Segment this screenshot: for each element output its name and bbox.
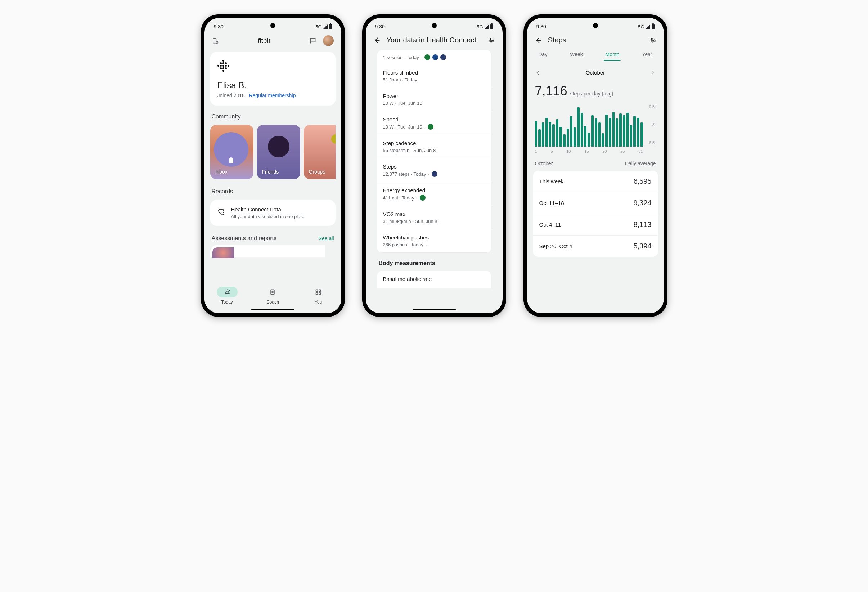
status-time: 9:30: [214, 24, 224, 30]
assessments-header: Assessments and reports: [212, 235, 277, 242]
summary-row[interactable]: Oct 4–118,113: [533, 214, 658, 236]
source-dot-icon: [424, 55, 430, 60]
see-all-link[interactable]: See all: [319, 236, 334, 241]
chart-bar[interactable]: [574, 127, 576, 146]
chart-bar[interactable]: [538, 129, 541, 146]
chart-bar[interactable]: [609, 118, 611, 146]
data-row-wheelchair[interactable]: Wheelchair pushes 266 pushes · Today ·: [377, 229, 491, 253]
chart-bar[interactable]: [633, 116, 636, 146]
nav-coach[interactable]: Coach: [262, 286, 283, 305]
chart-bar[interactable]: [552, 124, 555, 146]
page-title: Your data in Health Connect: [387, 36, 483, 44]
chart-bar[interactable]: [563, 134, 565, 146]
back-arrow-icon[interactable]: [534, 36, 542, 44]
sunrise-icon: [224, 288, 231, 296]
membership-link[interactable]: Regular membership: [249, 93, 295, 98]
data-row-power[interactable]: Power 10 W · Tue, Jun 10: [377, 88, 491, 111]
y-axis-labels: 9.5k8k6.5k: [649, 105, 657, 145]
status-network: 5G: [638, 24, 644, 30]
chart-bar[interactable]: [637, 118, 639, 146]
data-row-speed[interactable]: Speed 10 W · Tue, Jun 10 ·: [377, 111, 491, 135]
tab-month[interactable]: Month: [604, 49, 621, 61]
app-title: fitbit: [258, 37, 270, 45]
chart-bar[interactable]: [588, 133, 590, 146]
chart-bar[interactable]: [545, 118, 548, 146]
assessment-card-peek[interactable]: [210, 245, 335, 257]
home-indicator[interactable]: [251, 309, 294, 310]
profile-name: Elisa B.: [217, 80, 328, 90]
tune-icon[interactable]: [488, 37, 495, 44]
session-row[interactable]: 1 session · Today ·: [377, 50, 491, 65]
chart-bar[interactable]: [577, 107, 580, 146]
svg-point-8: [492, 40, 493, 41]
phone-mockup-1: 9:30 5G fitbit: [201, 15, 345, 317]
chart-bar[interactable]: [641, 123, 643, 146]
community-card-friends[interactable]: Friends: [257, 125, 300, 179]
status-bar: 9:30 5G: [205, 18, 341, 32]
summary-row[interactable]: Sep 26–Oct 45,394: [533, 236, 658, 257]
records-header: Records: [212, 188, 334, 195]
nav-you[interactable]: You: [308, 286, 329, 305]
data-row-steps[interactable]: Steps 12,877 steps · Today ·: [377, 158, 491, 182]
chart-bar[interactable]: [581, 113, 583, 146]
data-row-energy[interactable]: Energy expended 411 cal · Today ·: [377, 182, 491, 206]
tab-year[interactable]: Year: [641, 49, 654, 61]
data-row-bmr[interactable]: Basal metabolic rate: [377, 271, 491, 288]
chart-bar[interactable]: [570, 116, 573, 146]
chart-bar[interactable]: [598, 123, 601, 146]
summary-row[interactable]: Oct 11–189,324: [533, 192, 658, 214]
tab-day[interactable]: Day: [537, 49, 549, 61]
chevron-right-icon[interactable]: [650, 70, 655, 75]
chart-bar[interactable]: [630, 125, 633, 146]
chart-bar[interactable]: [567, 128, 569, 146]
chart-bar[interactable]: [616, 118, 618, 146]
chat-icon[interactable]: [309, 37, 316, 44]
svg-point-12: [652, 41, 653, 42]
chevron-left-icon[interactable]: [535, 70, 541, 75]
community-row[interactable]: Inbox Friends Groups: [210, 125, 335, 179]
device-icon[interactable]: [212, 37, 219, 44]
data-row-cadence[interactable]: Step cadence 56 steps/min · Sun, Jun 8: [377, 135, 491, 158]
chart-bar[interactable]: [535, 121, 537, 146]
heart-sync-icon: [217, 207, 225, 216]
chart-bar[interactable]: [591, 115, 593, 146]
chart-bar[interactable]: [605, 115, 608, 146]
community-card-inbox[interactable]: Inbox: [210, 125, 254, 179]
data-row-vo2[interactable]: VO2 max 31 mL/kg/min · Sun, Jun 8 ·: [377, 206, 491, 229]
summary-row[interactable]: This week6,595: [533, 171, 658, 192]
svg-point-7: [490, 38, 491, 39]
nav-today[interactable]: Today: [217, 286, 238, 305]
chart-bar[interactable]: [584, 126, 586, 146]
chart-bar[interactable]: [619, 114, 622, 146]
community-card-groups[interactable]: Groups: [304, 125, 335, 179]
chart-bar[interactable]: [556, 119, 558, 146]
summary-month-label: October: [535, 161, 553, 166]
profile-card[interactable]: Elisa B. Joined 2018 · Regular membershi…: [210, 52, 335, 105]
source-dot-icon: [420, 195, 425, 201]
chart-bar[interactable]: [602, 133, 604, 146]
source-dot-icon: [433, 55, 438, 60]
signal-icon: [484, 25, 489, 29]
chart-bar[interactable]: [542, 123, 544, 146]
steps-bar-chart[interactable]: 9.5k8k6.5k 151015202531: [533, 100, 658, 154]
back-arrow-icon[interactable]: [373, 36, 381, 44]
summary-avg-label: Daily average: [625, 161, 656, 166]
status-bar: 9:30 5G: [366, 18, 503, 32]
chart-bar[interactable]: [595, 118, 597, 146]
svg-rect-5: [316, 293, 317, 295]
chart-bar[interactable]: [626, 113, 629, 146]
tune-icon[interactable]: [650, 37, 657, 44]
battery-icon: [329, 24, 332, 29]
svg-point-10: [651, 38, 652, 39]
chart-bar[interactable]: [549, 122, 552, 146]
profile-avatar[interactable]: [323, 35, 334, 46]
chart-bar[interactable]: [613, 112, 615, 146]
tab-week[interactable]: Week: [568, 49, 584, 61]
time-range-tabs: Day Week Month Year: [533, 49, 658, 63]
chart-bar[interactable]: [623, 115, 625, 146]
health-connect-card[interactable]: Health Connect Data All your data visual…: [210, 200, 335, 226]
chart-bar[interactable]: [559, 127, 562, 146]
home-indicator[interactable]: [413, 309, 456, 310]
record-subtitle: All your data visualized in one place: [231, 214, 306, 219]
data-row-floors[interactable]: Floors climbed 51 floors · Today: [377, 65, 491, 88]
